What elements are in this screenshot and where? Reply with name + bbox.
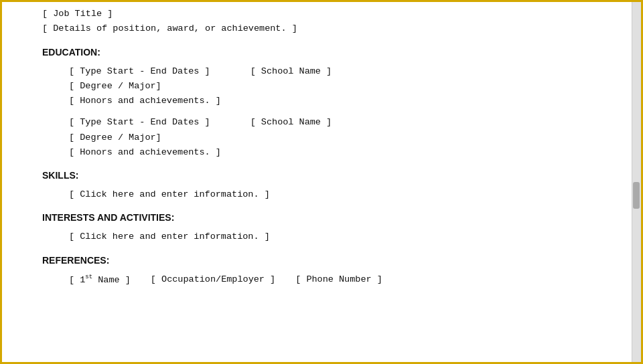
interests-entry: [ Click here and enter information. ]	[42, 230, 601, 244]
references-entry: [ 1st Name ] [ Occupation/Employer ] [ P…	[42, 273, 601, 287]
edu-row-1: [ Type Start - End Dates ] [ School Name…	[69, 65, 601, 78]
edu-honors-line-2: [ Honors and achievements. ]	[69, 146, 601, 159]
references-row: [ 1st Name ] [ Occupation/Employer ] [ P…	[69, 273, 601, 287]
edu-degree-line-1: [ Degree / Major]	[69, 80, 601, 93]
job-title-line: [ Job Title ]	[42, 7, 601, 21]
edu-degree-1[interactable]: [ Degree / Major]	[69, 80, 161, 93]
job-title-field[interactable]: [ Job Title ]	[42, 7, 113, 21]
ref-occupation-field[interactable]: [ Occupation/Employer ]	[151, 273, 275, 286]
edu-school-2[interactable]: [ School Name ]	[251, 116, 332, 129]
ref-name-field[interactable]: [ 1st Name ]	[69, 273, 131, 287]
edu-honors-line-1: [ Honors and achievements. ]	[69, 94, 601, 108]
interests-section: INTERESTS AND ACTIVITIES: [ Click here a…	[42, 211, 601, 244]
edu-degree-line-2: [ Degree / Major]	[69, 131, 601, 145]
edu-dates-1[interactable]: [ Type Start - End Dates ]	[69, 65, 210, 78]
details-line: [ Details of position, award, or achieve…	[42, 22, 601, 35]
interests-field[interactable]: [ Click here and enter information. ]	[69, 232, 270, 242]
references-section: REFERENCES: [ 1st Name ] [ Occupation/Em…	[42, 254, 601, 287]
scrollbar-thumb[interactable]	[633, 182, 640, 209]
edu-degree-2[interactable]: [ Degree / Major]	[69, 131, 161, 145]
scrollbar[interactable]	[632, 2, 641, 362]
education-entry-2: [ Type Start - End Dates ] [ School Name…	[42, 116, 601, 159]
education-heading: EDUCATION:	[42, 46, 601, 60]
edu-row-2: [ Type Start - End Dates ] [ School Name…	[69, 116, 601, 129]
edu-dates-2[interactable]: [ Type Start - End Dates ]	[69, 116, 210, 129]
edu-honors-2[interactable]: [ Honors and achievements. ]	[69, 146, 221, 159]
skills-section: SKILLS: [ Click here and enter informati…	[42, 169, 601, 201]
skills-entry: [ Click here and enter information. ]	[42, 188, 601, 201]
details-field[interactable]: [ Details of position, award, or achieve…	[42, 22, 297, 35]
document-body: [ Job Title ] [ Details of position, awa…	[2, 2, 641, 298]
edu-school-1[interactable]: [ School Name ]	[251, 65, 332, 78]
references-heading: REFERENCES:	[42, 254, 601, 268]
skills-field[interactable]: [ Click here and enter information. ]	[69, 189, 270, 199]
education-section: EDUCATION: [ Type Start - End Dates ] [ …	[42, 46, 601, 160]
education-entry-1: [ Type Start - End Dates ] [ School Name…	[42, 65, 601, 108]
edu-honors-1[interactable]: [ Honors and achievements. ]	[69, 94, 221, 108]
page-container: [ Job Title ] [ Details of position, awa…	[0, 0, 643, 364]
skills-heading: SKILLS:	[42, 169, 601, 183]
ref-phone-field[interactable]: [ Phone Number ]	[295, 273, 382, 286]
top-section: [ Job Title ] [ Details of position, awa…	[42, 7, 601, 36]
interests-heading: INTERESTS AND ACTIVITIES:	[42, 211, 601, 225]
